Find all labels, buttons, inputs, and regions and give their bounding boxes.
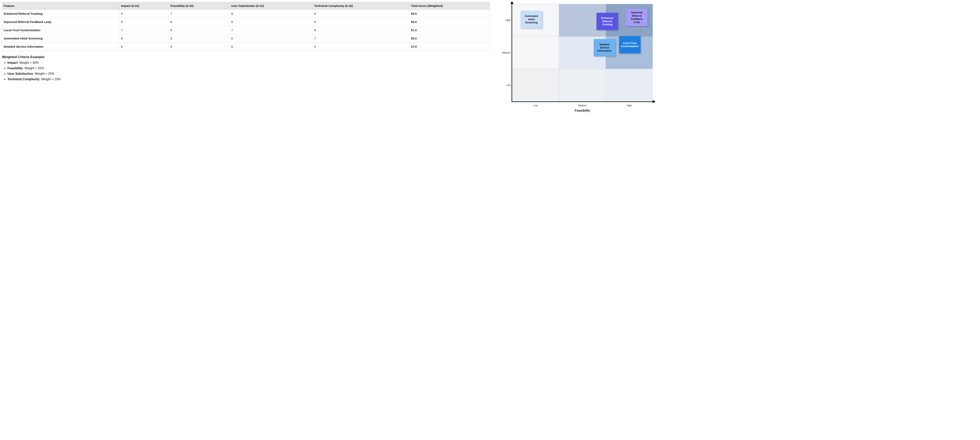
matrix-card[interactable]: Automated Initial Screening bbox=[520, 11, 542, 28]
cell-feature: Automated Initial Screening bbox=[2, 34, 119, 43]
x-axis-arrow-icon bbox=[653, 100, 655, 103]
matrix-card[interactable]: Detailed Service Information bbox=[594, 39, 615, 56]
cell-complexity: 4 bbox=[313, 43, 409, 51]
criteria-weight: : Weight = 25% bbox=[23, 67, 44, 70]
cell-impact: 6 bbox=[119, 43, 169, 51]
x-axis-title: Feasibility bbox=[575, 109, 590, 112]
cell-feasibility: 6 bbox=[169, 26, 230, 34]
cell-total: 60.0 bbox=[409, 18, 490, 26]
cell-complexity: 5 bbox=[313, 18, 409, 26]
cell-feasibility: 5 bbox=[169, 34, 230, 43]
criteria-item: Feasibility: Weight = 25% bbox=[8, 67, 490, 70]
cell-satisfaction: 7 bbox=[230, 26, 313, 34]
criteria-heading: Weighted Criteria Example: bbox=[2, 55, 490, 59]
col-complexity: Technical Complexity (0-10) bbox=[313, 2, 409, 10]
col-feasibility: Feasibility (0-10) bbox=[169, 2, 230, 10]
cell-impact: 7 bbox=[119, 26, 169, 34]
cell-impact: 8 bbox=[119, 34, 169, 43]
criteria-item: Technical Complexity: Weight = 10% bbox=[8, 78, 490, 81]
criteria-item: Impact: Weight = 40% bbox=[8, 61, 490, 65]
criteria-weight: : Weight = 40% bbox=[18, 61, 39, 64]
feature-score-table: Feature Impact (0-10) Feasibility (0-10)… bbox=[2, 2, 490, 51]
criteria-item: User Satisfaction: Weight = 25% bbox=[8, 72, 490, 75]
matrix-card[interactable]: Improved Referral Feedback Loop bbox=[626, 9, 648, 26]
matrix-cell bbox=[512, 37, 559, 69]
criteria-name: Technical Complexity bbox=[8, 78, 40, 81]
matrix-cell bbox=[559, 69, 606, 101]
y-tick-low: Low bbox=[501, 84, 511, 86]
cell-feature: Improved Referral Feedback Loop bbox=[2, 18, 119, 26]
cell-complexity: 8 bbox=[313, 26, 409, 34]
cell-total: 50.0 bbox=[409, 34, 490, 43]
matrix-cell bbox=[606, 69, 653, 101]
criteria-name: Impact bbox=[8, 61, 18, 64]
cell-impact: 8 bbox=[119, 18, 169, 26]
matrix-card[interactable]: Local Trust Customization bbox=[619, 36, 641, 53]
x-tick-high: High bbox=[627, 104, 632, 107]
y-tick-medium: Medium bbox=[501, 51, 511, 54]
y-axis-arrow-icon bbox=[511, 1, 514, 4]
cell-feature: Detailed Service Information bbox=[2, 43, 119, 51]
criteria-weight: : Weight = 10% bbox=[40, 78, 61, 81]
cell-complexity: 7 bbox=[313, 34, 409, 43]
cell-satisfaction: 6 bbox=[230, 43, 313, 51]
cell-total: 47.0 bbox=[409, 43, 490, 51]
criteria-weight: : Weight = 25% bbox=[33, 72, 54, 75]
cell-satisfaction: 8 bbox=[230, 10, 313, 18]
criteria-name: User Satisfaction bbox=[8, 72, 33, 75]
col-feature: Feature bbox=[2, 2, 119, 10]
x-tick-medium: Medium bbox=[578, 104, 587, 107]
cell-complexity: 6 bbox=[313, 10, 409, 18]
col-impact: Impact (0-10) bbox=[119, 2, 169, 10]
y-tick-high: High bbox=[501, 19, 511, 22]
x-tick-low: Low bbox=[533, 104, 538, 107]
matrix-card[interactable]: Enhanced Referral Tracking bbox=[597, 13, 618, 30]
table-row: Local Trust Customization767851.5 bbox=[2, 26, 490, 34]
col-total: Total Score (Weighted) bbox=[409, 2, 490, 10]
criteria-list: Impact: Weight = 40%Feasibility: Weight … bbox=[2, 61, 490, 81]
matrix-cell bbox=[512, 69, 559, 101]
cell-feasibility: 9 bbox=[169, 43, 230, 51]
cell-feasibility: 8 bbox=[169, 18, 230, 26]
cell-impact: 9 bbox=[119, 10, 169, 18]
cell-feature: Local Trust Customization bbox=[2, 26, 119, 34]
criteria-name: Feasibility bbox=[8, 67, 23, 70]
cell-total: 51.5 bbox=[409, 26, 490, 34]
cell-satisfaction: 8 bbox=[230, 34, 313, 43]
cell-feasibility: 7 bbox=[169, 10, 230, 18]
priority-matrix: High Medium Low Low Medium High Feasibil… bbox=[512, 4, 653, 102]
col-satisfaction: User Satisfaction (0-10) bbox=[230, 2, 313, 10]
table-row: Improved Referral Feedback Loop889560.0 bbox=[2, 18, 490, 26]
cell-satisfaction: 9 bbox=[230, 18, 313, 26]
cell-feature: Enhanced Referral Tracking bbox=[2, 10, 119, 18]
cell-total: 59.5 bbox=[409, 10, 490, 18]
table-row: Enhanced Referral Tracking978659.5 bbox=[2, 10, 490, 18]
table-row: Automated Initial Screening858750.0 bbox=[2, 34, 490, 43]
table-row: Detailed Service Information696447.0 bbox=[2, 43, 490, 51]
